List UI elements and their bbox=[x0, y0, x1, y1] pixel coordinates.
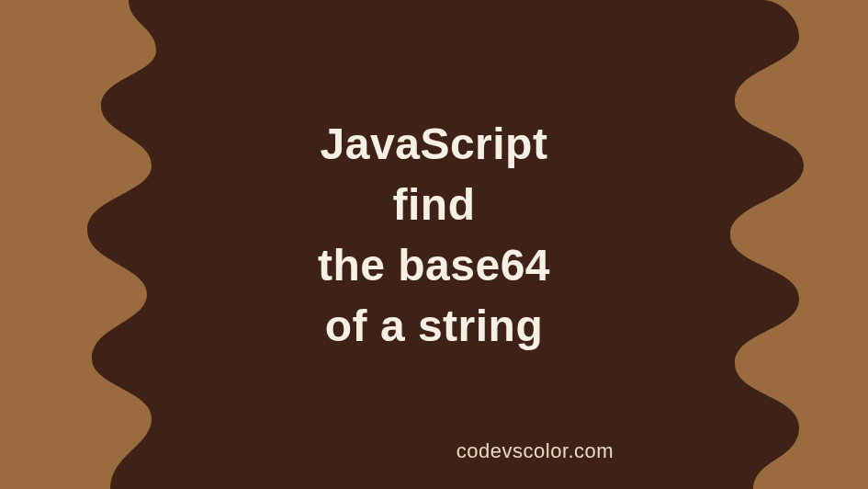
title-line-2: find bbox=[393, 177, 476, 233]
title-line-3: the base64 bbox=[318, 238, 550, 293]
site-credit: codevscolor.com bbox=[0, 439, 868, 463]
title-line-4: of a string bbox=[325, 299, 544, 354]
title-line-1: JavaScript bbox=[321, 117, 548, 172]
title-block: JavaScript find the base64 of a string bbox=[0, 0, 868, 489]
